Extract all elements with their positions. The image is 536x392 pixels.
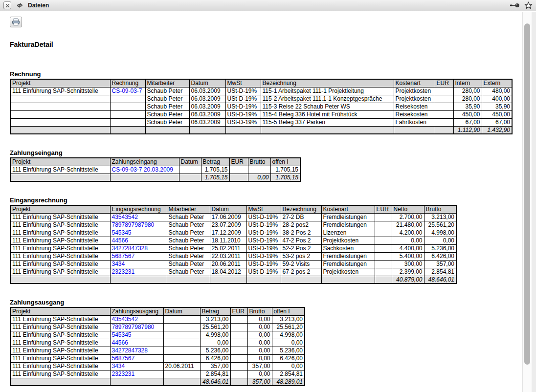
table-cell: 3.213,00 [200,315,230,323]
table-cell [435,118,453,126]
table-cell: Schaub Peter [167,260,210,268]
table-cell: 18.11.2010 [210,237,246,244]
table-cell: 3434 [110,260,167,268]
rechnung-link[interactable]: CS-09-03-7 [112,87,142,94]
eingangsrechnung-table: ProjektEingangsrechnungMitarbeiterDatumM… [10,205,457,284]
table-cell: Lizenzen [321,229,375,237]
column-header: EUR [375,205,392,213]
table-cell: 111 Einführung SAP-Schnittstelle [10,166,110,174]
table-cell: 111 Einführung SAP-Schnittstelle [10,244,110,252]
table-cell: 20.06.2011 [210,260,246,268]
pin-icon[interactable] [510,2,520,8]
total-cell [375,276,392,283]
table-cell: Fremdleistungen [321,260,375,268]
zahlungsausgang-link[interactable]: 7897897987980 [112,324,155,330]
total-row: 40.879,0048.646,01 [10,276,456,283]
column-header: offen I [270,158,300,166]
table-cell: Fremdleistungen [321,252,375,260]
table-cell [230,331,247,339]
zahlungseingang-link[interactable]: CS-09-03-7 20.03.2009 [112,166,173,173]
table-cell [110,118,145,126]
column-header: Bezeichnung [281,205,321,213]
table-cell: 2.399,00 [392,268,424,276]
eingangsrechnung-link[interactable]: 3434 [112,261,125,267]
table-cell: 43543542 [110,315,163,323]
table-cell: 545345 [110,229,167,237]
table-cell [230,339,247,347]
zahlungsausgang-link[interactable]: 3434 [112,363,125,370]
column-header: offen I [272,307,305,315]
total-cell: 40.879,00 [392,276,424,283]
table-cell: 18.04.2012 [210,268,246,276]
table-cell: USt-D-19% [246,268,281,276]
table-cell: 111 Einführung SAP-Schnittstelle [10,354,110,362]
zahlungsausgang-link[interactable]: 545345 [112,331,132,338]
eingangsrechnung-link[interactable]: 2323231 [112,268,135,275]
total-cell: 1.432,90 [482,126,512,134]
table-cell: USt-D-19% [246,244,281,252]
table-cell: Schaub Peter [145,87,189,95]
total-cell: 48.289,01 [272,378,305,386]
table-cell: 2.854,81 [200,370,230,378]
total-cell: 357,00 [247,378,272,386]
table-cell: 0,00 [247,323,272,331]
eingangsrechnung-link[interactable]: 5687567 [112,253,135,260]
total-cell: 48.646,01 [424,276,456,283]
column-header: Datum [189,79,225,87]
total-cell [394,126,435,134]
table-row: 111 Einführung SAP-Schnittstelle5453454.… [10,331,305,339]
table-cell [230,354,247,362]
table-row: Schaub Peter06.03.2009USt-D-19%115-3 Rei… [10,103,512,110]
table-cell: 0,00 [247,347,272,354]
table-cell: 0,00 [392,237,424,244]
table-cell: 300,00 [392,260,424,268]
table-cell: 06.03.2009 [189,110,225,118]
total-cell [163,378,200,386]
eingangsrechnung-link[interactable]: 545345 [112,229,132,236]
zahlungsausgang-link[interactable]: 5687567 [112,355,135,362]
column-header: Netto [392,205,424,213]
zahlungsausgang-link[interactable]: 34272847328 [112,347,148,354]
rechnung-table: ProjektRechnungMitarbeiterDatumMwStBezei… [10,79,513,134]
print-button[interactable] [10,17,22,27]
table-cell: 0,00 [272,339,305,347]
table-cell: 59-2 Visits [281,260,321,268]
close-tab-button[interactable] [3,1,11,9]
table-cell [163,315,200,323]
table-cell: 111 Einführung SAP-Schnittstelle [10,347,110,354]
favorite-star-icon[interactable] [524,1,533,9]
zahlungsausgang-link[interactable]: 2323231 [112,370,135,377]
table-cell: 0,00 [247,370,272,378]
table-cell: 52-2 Pos 2 [281,244,321,252]
column-header: Eingangsrechnung [110,205,167,213]
zahlungsausgang-link[interactable]: 44566 [112,339,128,346]
zahlungsausgang-link[interactable]: 43543542 [112,316,138,323]
table-cell: USt-D-19% [246,260,281,268]
table-cell: Schaub Peter [167,221,210,229]
table-cell: 44566 [110,237,167,244]
table-cell: 5687567 [110,252,167,260]
table-cell: 21.480,00 [392,221,424,229]
scrollbar-thumb[interactable] [524,23,530,365]
table-row: 111 Einführung SAP-Schnittstelle545345Sc… [10,229,456,237]
table-cell: 6.426,00 [200,354,230,362]
eingangsrechnung-link[interactable]: 34272847328 [112,245,148,252]
total-cell [229,174,248,181]
eingangsrechnung-link[interactable]: 44566 [112,237,128,244]
column-header: Brutto [247,307,272,315]
table-cell: 3.213,00 [272,315,305,323]
tab-title: Dateien [28,2,49,9]
table-cell: 111 Einführung SAP-Schnittstelle [10,87,110,95]
table-cell: 22.03.2011 [210,252,246,260]
table-cell: Fremdleistungen [321,221,375,229]
eingangsrechnung-link[interactable]: 43543542 [112,214,138,220]
scrollbar-track[interactable] [522,12,532,392]
header-row: ProjektRechnungMitarbeiterDatumMwStBezei… [10,79,512,87]
column-header: Projekt [10,205,110,213]
table-cell: 06.03.2009 [189,95,225,103]
table-cell: 111 Einführung SAP-Schnittstelle [10,323,110,331]
table-cell: 111 Einführung SAP-Schnittstelle [10,221,110,229]
table-cell: 17.12.2009 [210,229,246,237]
eingangsrechnung-link[interactable]: 7897897987980 [112,221,155,228]
table-cell: 4.998,00 [272,331,305,339]
